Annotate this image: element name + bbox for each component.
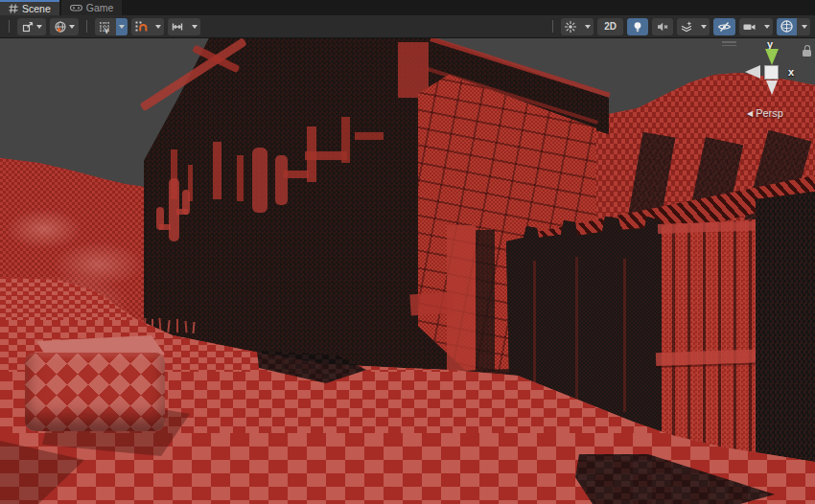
dropdown-arrow-icon (802, 25, 807, 32)
dropdown-arrow-icon (585, 25, 591, 32)
scene-fx-button[interactable] (677, 18, 710, 35)
camera-dropdown[interactable] (761, 18, 773, 35)
overlay-drag-handle[interactable] (722, 41, 736, 46)
padlock-icon[interactable] (803, 50, 811, 57)
scene-red-detail (252, 148, 268, 213)
toolbar-separator (552, 20, 553, 33)
audio-toggle-button[interactable] (652, 18, 673, 35)
persp-chevron-icon: ◀ (747, 109, 753, 118)
grid-visibility-toggle[interactable]: y (95, 18, 114, 35)
tab-scene-label: Scene (22, 3, 51, 14)
pivot-toggle-button[interactable] (17, 18, 46, 35)
dropdown-arrow-icon (764, 25, 770, 32)
scene-fence-red-sliver (575, 257, 578, 410)
gizmo-y-axis-cone[interactable] (765, 49, 779, 65)
2d-label: 2D (601, 21, 619, 32)
gizmos-button[interactable] (777, 18, 810, 35)
gizmo-center-cube[interactable] (764, 65, 779, 80)
toolbar-separator (9, 20, 10, 33)
gizmo-left-axis-cone[interactable] (745, 65, 760, 79)
scene-red-detail (398, 42, 429, 98)
dropdown-arrow-icon (701, 25, 707, 32)
scene-red-detail (237, 155, 244, 201)
gizmos-dropdown[interactable] (799, 18, 810, 35)
camera-icon (742, 20, 757, 34)
toolbar-left-group: y (5, 18, 200, 35)
scene-toolbar: y (0, 15, 815, 38)
move-snap-toggle[interactable] (168, 18, 187, 35)
svg-text:y: y (105, 26, 108, 33)
scene-red-detail (341, 117, 350, 163)
effects-toggle[interactable] (561, 18, 580, 35)
audio-muted-icon (656, 20, 669, 34)
gizmo-bottom-axis-cone[interactable] (766, 80, 778, 95)
handle-rotation-button[interactable] (50, 18, 79, 35)
lighting-toggle-button[interactable] (627, 18, 648, 35)
lightbulb-icon (631, 20, 644, 34)
gizmo-x-axis-label: x (788, 66, 794, 78)
orientation-gizmo-icon (780, 19, 794, 34)
scene-red-detail (284, 171, 309, 178)
snap-toggle[interactable] (131, 18, 151, 35)
scene-visibility-button[interactable] (713, 18, 735, 35)
effects-burst-icon (564, 20, 577, 34)
scene-viewport[interactable]: y x ◀ Persp (0, 38, 815, 504)
dropdown-arrow-icon (119, 25, 125, 32)
move-snap-icon (171, 20, 184, 34)
dropdown-arrow-icon (36, 25, 42, 32)
snap-dropdown[interactable] (152, 18, 164, 35)
pivot-rect-icon (21, 20, 35, 34)
layers-fx-icon (680, 20, 693, 34)
toolbar-separator (86, 20, 87, 33)
gamepad-icon (70, 3, 82, 12)
scene-dark-gap (476, 230, 495, 372)
unity-scene-view-window: Scene Game (0, 0, 815, 504)
dropdown-arrow-icon (192, 25, 198, 32)
dropdown-arrow-icon (69, 25, 75, 32)
scene-camera-button[interactable] (739, 18, 773, 35)
tab-scene[interactable]: Scene (0, 0, 59, 15)
scene-fence-red-sliver (623, 259, 626, 412)
scene-fx-toggle[interactable] (677, 18, 696, 35)
scene-fx-dropdown[interactable] (698, 18, 710, 35)
gizmos-toggle[interactable] (777, 18, 797, 35)
dropdown-arrow-icon (155, 25, 161, 32)
move-snap-button[interactable] (168, 18, 200, 35)
camera-settings-toggle[interactable] (739, 18, 759, 35)
scene-red-detail (213, 142, 221, 199)
snap-magnet-icon (134, 20, 148, 34)
grid-axis-dropdown[interactable] (116, 18, 128, 35)
2d-toggle-button[interactable]: 2D (597, 18, 623, 35)
scene-red-post-arm (409, 291, 453, 315)
grid-visibility-icon: y (98, 20, 111, 34)
effects-dropdown[interactable] (582, 18, 594, 35)
globe-icon (54, 20, 67, 34)
eye-hidden-icon (717, 20, 732, 34)
scene-red-detail (355, 132, 384, 140)
scene-trough-front (25, 353, 165, 431)
grid-hash-icon (9, 4, 18, 13)
scene-cactus-arm-joint (176, 209, 188, 215)
effects-button[interactable] (561, 18, 594, 35)
tab-game[interactable]: Game (61, 0, 123, 15)
persp-text: Persp (756, 107, 783, 119)
move-snap-dropdown[interactable] (189, 18, 200, 35)
scene-cactus-arm-joint (159, 224, 171, 230)
grid-visibility-button[interactable]: y (95, 18, 128, 35)
scene-grass-tuft (176, 319, 178, 332)
toolbar-right-group: 2D (548, 18, 810, 35)
tab-strip: Scene Game (0, 0, 815, 15)
tab-game-label: Game (86, 2, 114, 13)
snap-increment-button[interactable] (131, 18, 164, 35)
projection-mode-label[interactable]: ◀ Persp (747, 107, 783, 119)
scene-red-detail (275, 155, 288, 205)
